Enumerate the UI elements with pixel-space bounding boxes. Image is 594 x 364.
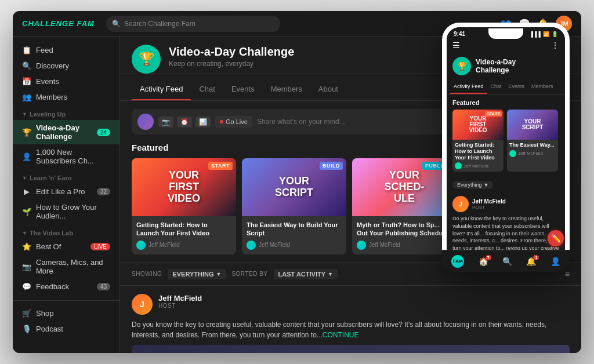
phone-menu-icon[interactable]: ☰ <box>452 41 460 50</box>
sidebar-item-subscribers[interactable]: 👤 1,000 New Subscribers Ch... <box>13 144 119 169</box>
phone-tab-activity[interactable]: Activity Feed <box>450 80 487 94</box>
post-meta: Jeff McField Host <box>158 294 570 309</box>
sidebar-item-discovery[interactable]: 🔍 Discovery <box>13 58 119 74</box>
sidebar-item-grow[interactable]: 🌱 How to Grow Your Audien... <box>13 199 119 224</box>
discovery-icon: 🔍 <box>22 61 31 70</box>
card-info-1: The Easiest Way to Build Your Script Jef… <box>242 216 346 254</box>
sidebar-item-feed[interactable]: 📋 Feed <box>13 42 119 58</box>
section-learn-earn: ▼ Learn 'n' Earn <box>13 169 119 184</box>
post-avatar: J <box>132 294 153 315</box>
sidebar-item-shop[interactable]: 🛒 Shop <box>13 305 119 321</box>
post-item: J Jeff McField Host Do you know the key … <box>120 286 581 353</box>
feedback-icon: 💬 <box>22 282 31 291</box>
members-icon: 👥 <box>22 93 31 101</box>
featured-card-2[interactable]: YOURSCHED-ULE PUBLISH Myth or Truth? How… <box>352 158 457 254</box>
phone-filter-pill[interactable]: Everything ▼ <box>452 181 493 189</box>
tab-activity-feed[interactable]: Activity Feed <box>132 79 191 100</box>
sidebar-item-video-challenge[interactable]: 🏆 Video-a-Day Challenge 24 <box>13 120 119 144</box>
card-info-0: Getting Started: How to Launch Your Firs… <box>132 216 236 254</box>
phone-post-role: HOST <box>472 205 506 210</box>
phone-fab-button[interactable]: ✏️ <box>548 230 564 246</box>
group-icon: 🏆 <box>132 45 161 74</box>
phone-nav-search[interactable]: 🔍 <box>502 257 512 266</box>
card-author-avatar-1 <box>247 241 256 250</box>
tab-members[interactable]: Members <box>263 79 310 100</box>
continue-link[interactable]: CONTINUE <box>323 331 359 339</box>
phone-card-badge-0: START <box>485 111 502 117</box>
phone-card-1[interactable]: YOURSCRIPT The Easiest Way... Jeff McFie… <box>507 110 558 172</box>
phone-device: 9:41 ▐▐▐ 📶 🔋 ☰ ⋮ 🏆 Video-a-DayChallenge <box>442 23 570 272</box>
tab-about[interactable]: About <box>310 79 346 100</box>
phone-post-author: Jeff McField <box>472 198 506 205</box>
phone-frame: 9:41 ▐▐▐ 📶 🔋 ☰ ⋮ 🏆 Video-a-DayChallenge <box>442 23 570 272</box>
featured-card-1[interactable]: YOURSCRIPT BUILD The Easiest Way to Buil… <box>242 158 346 254</box>
phone-nav-profile[interactable]: 👤 <box>550 257 560 266</box>
phone-more-icon[interactable]: ⋮ <box>551 41 559 50</box>
tab-events[interactable]: Events <box>223 79 263 100</box>
phone-card-title-1: The Easiest Way... <box>509 142 556 148</box>
card-author-avatar-0 <box>136 241 146 250</box>
search-bar[interactable]: 🔍 Search Challenge Fam <box>106 16 280 32</box>
camera-icon: 📷 <box>22 263 31 271</box>
activity-badge: 7 <box>486 255 491 260</box>
featured-card-0[interactable]: YOURFIRSTVIDEO START Getting Started: Ho… <box>132 158 236 254</box>
sidebar-item-members[interactable]: 👥 Members <box>13 89 119 105</box>
feed-icon: 📋 <box>22 46 31 54</box>
trophy-icon: 🏆 <box>22 128 31 137</box>
sidebar-item-label: Shop <box>36 309 53 318</box>
phone-card-author-1: Jeff McField <box>509 150 556 157</box>
phone-tab-events[interactable]: Events <box>505 80 528 94</box>
subscribers-icon: 👤 <box>22 152 31 161</box>
bell-badge: 1 <box>533 255 539 260</box>
showing-filter[interactable]: EVERYTHING ▼ <box>168 269 226 279</box>
section-leveling-up: ▼ Leveling Up <box>13 105 119 120</box>
phone-group-icon: 🏆 <box>452 57 471 75</box>
challenge-badge: 24 <box>97 129 110 136</box>
sidebar-item-label: Video-a-Day Challenge <box>36 123 92 141</box>
phone-nav-bell[interactable]: 🔔 1 <box>526 257 536 266</box>
card-image-0: YOURFIRSTVIDEO START <box>132 158 236 216</box>
phone-post-avatar: J <box>452 196 469 212</box>
phone-post-header: J Jeff McField HOST <box>452 196 559 212</box>
phone-post-meta: Jeff McField HOST <box>472 198 506 210</box>
post-author: Jeff McField <box>158 294 570 303</box>
go-live-button[interactable]: Go Live <box>215 116 252 128</box>
sidebar-item-label: Discovery <box>36 61 69 70</box>
sorted-filter[interactable]: LAST ACTIVITY ▼ <box>274 269 338 279</box>
sidebar-item-podcast[interactable]: 🎙️ Podcast <box>13 321 119 337</box>
phone-tab-chat[interactable]: Chat <box>487 80 505 94</box>
phone-tab-members[interactable]: Members <box>528 80 557 94</box>
events-icon: 📅 <box>22 77 31 86</box>
post-text: Do you know the key to creating useful, … <box>132 319 570 340</box>
card-author-0: Jeff McField <box>136 241 231 250</box>
phone-group-title: Video-a-DayChallenge <box>476 58 516 75</box>
post-role: Host <box>158 303 570 309</box>
sidebar-item-label: Cameras, Mics, and More <box>36 258 110 275</box>
section-video-lab: ▼ The Video Lab <box>13 224 119 239</box>
timer-action-btn[interactable]: ⏰ <box>177 117 192 128</box>
phone-card-author-avatar-0 <box>455 162 462 169</box>
sidebar-item-events[interactable]: 📅 Events <box>13 74 119 89</box>
chevron-icon: ▼ <box>216 271 222 277</box>
phone-nav-fam[interactable]: FAM <box>451 255 464 268</box>
phone-card-image-1: YOURSCRIPT <box>507 110 558 140</box>
battery-icon: 🔋 <box>552 31 558 37</box>
photo-action-btn[interactable]: 📷 <box>158 117 173 128</box>
sidebar-item-edit[interactable]: ▶ Edit Like a Pro 32 <box>13 184 119 199</box>
poll-action-btn[interactable]: 📊 <box>195 117 211 128</box>
brand-logo: CHALLENGE FAM <box>22 19 95 28</box>
sidebar-item-label: Best Of <box>36 242 61 251</box>
phone-card-img-text-0: YOURFIRSTVIDEO <box>469 116 487 133</box>
sidebar-item-best-of[interactable]: ⭐ Best Of LIVE <box>13 239 119 254</box>
sidebar-item-label: Members <box>36 93 67 101</box>
phone-card-0[interactable]: YOURFIRSTVIDEO START Getting Started: Ho… <box>452 110 504 172</box>
card-img-text-0: YOURFIRSTVIDEO <box>168 170 200 204</box>
phone-card-author-avatar-1 <box>509 150 516 157</box>
podcast-icon: 🎙️ <box>22 325 31 333</box>
post-image-preview <box>132 345 570 353</box>
sidebar-item-cameras[interactable]: 📷 Cameras, Mics, and More <box>13 254 119 279</box>
sidebar-item-feedback[interactable]: 💬 Feedback 43 <box>13 279 119 294</box>
sidebar-item-label: Events <box>36 77 59 86</box>
phone-nav-activity[interactable]: 🏠 7 <box>479 257 488 266</box>
tab-chat[interactable]: Chat <box>191 79 223 100</box>
